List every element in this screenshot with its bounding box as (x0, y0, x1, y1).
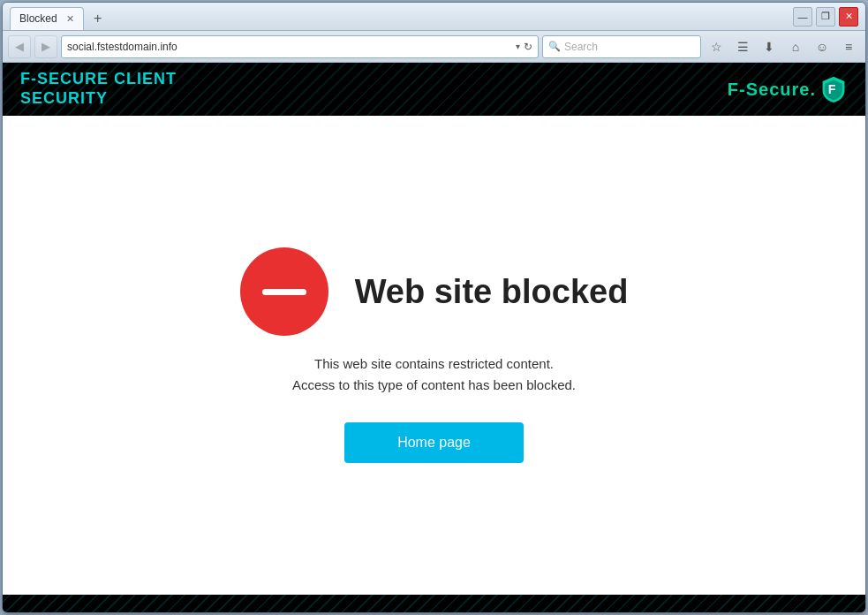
blocked-content: Web site blocked This web site contains … (3, 116, 865, 595)
close-button[interactable]: ✕ (839, 7, 858, 27)
bookmark-button[interactable]: ☆ (705, 35, 728, 58)
shield-icon: F (819, 75, 848, 103)
home-page-button[interactable]: Home page (344, 422, 524, 463)
blocked-message-line2: Access to this type of content has been … (292, 375, 576, 396)
fsecure-header-banner: F-SECURE CLIENT SECURITY F-Secure. F (3, 63, 865, 116)
search-icon: 🔍 (548, 41, 561, 52)
back-button[interactable]: ◀ (8, 35, 31, 58)
block-icon (240, 247, 328, 336)
refresh-icon[interactable]: ↻ (524, 41, 532, 53)
blocked-title: Web site blocked (355, 273, 629, 311)
tab-close-icon[interactable]: ✕ (66, 13, 74, 25)
browser-tab[interactable]: Blocked ✕ (10, 7, 84, 30)
fsecure-logo: F-Secure. F (728, 75, 848, 103)
dropdown-arrow-icon: ▾ (516, 42, 520, 51)
reader-button[interactable]: ☰ (731, 35, 754, 58)
menu-button[interactable]: ≡ (837, 35, 860, 58)
content-area: F-SECURE CLIENT SECURITY F-Secure. F Web… (3, 63, 865, 612)
block-minus-icon (262, 289, 306, 295)
account-button[interactable]: ☺ (811, 35, 834, 58)
logo-text: F-Secure. (728, 80, 816, 100)
titlebar: Blocked ✕ + — ❐ ✕ (3, 3, 865, 31)
minimize-button[interactable]: — (793, 7, 812, 27)
blocked-message-line1: This web site contains restricted conten… (292, 353, 576, 375)
blocked-header-row: Web site blocked (240, 247, 629, 336)
new-tab-button[interactable]: + (87, 8, 109, 29)
blocked-message: This web site contains restricted conten… (292, 353, 576, 396)
svg-text:F: F (828, 82, 836, 96)
search-placeholder: Search (564, 41, 598, 53)
maximize-button[interactable]: ❐ (816, 7, 835, 27)
navbar: ◀ ▶ social.fstestdomain.info ▾ ↻ 🔍 Searc… (3, 31, 865, 63)
tab-label: Blocked (19, 12, 57, 25)
window-controls: — ❐ ✕ (793, 7, 858, 27)
product-name: F-SECURE CLIENT SECURITY (20, 70, 177, 108)
footer-stripe (3, 595, 865, 612)
address-bar[interactable]: social.fstestdomain.info ▾ ↻ (61, 35, 539, 58)
search-bar[interactable]: 🔍 Search (542, 35, 701, 58)
home-button[interactable]: ⌂ (784, 35, 807, 58)
download-button[interactable]: ⬇ (758, 35, 781, 58)
browser-window: Blocked ✕ + — ❐ ✕ ◀ ▶ social.fstestdomai… (2, 2, 866, 613)
address-text: social.fstestdomain.info (67, 41, 512, 53)
forward-button[interactable]: ▶ (34, 35, 57, 58)
